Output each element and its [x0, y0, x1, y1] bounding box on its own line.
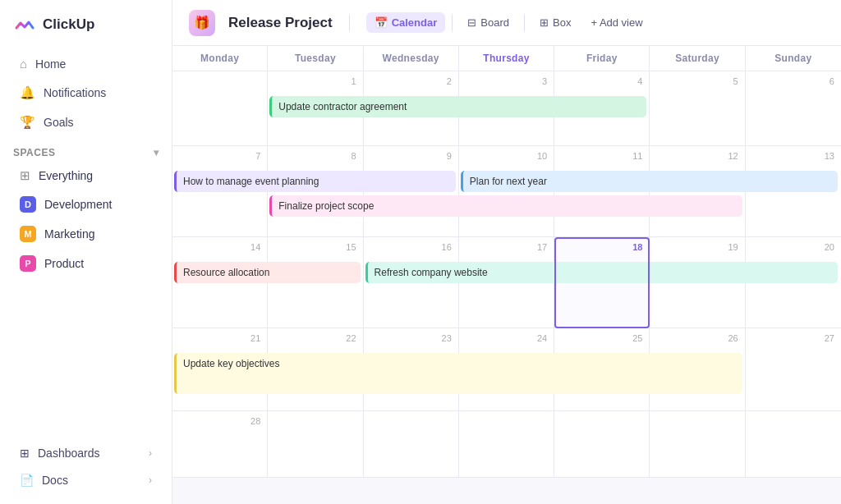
- nav-goals[interactable]: 🏆 Goals: [7, 108, 165, 136]
- sidebar-item-product[interactable]: P Product: [7, 250, 165, 277]
- day-num: 25: [558, 332, 646, 345]
- day-cell[interactable]: 6: [746, 71, 841, 145]
- day-num: 26: [653, 332, 741, 345]
- bell-icon: 🔔: [20, 85, 35, 100]
- day-cell[interactable]: 5: [650, 71, 745, 145]
- day-cell[interactable]: [268, 411, 363, 477]
- day-num: 24: [462, 332, 550, 345]
- day-num: 18: [558, 241, 646, 254]
- day-num: 2: [367, 75, 455, 88]
- day-num: 28: [176, 415, 264, 428]
- event-resource-allocation[interactable]: Resource allocation: [174, 262, 361, 283]
- product-dot: P: [20, 255, 36, 272]
- day-num: 7: [176, 149, 264, 163]
- day-cell[interactable]: [172, 71, 268, 145]
- spaces-section-title: Spaces ▾: [0, 137, 172, 162]
- view-board-btn[interactable]: ⊟ Board: [459, 12, 517, 33]
- topbar: 🎁 Release Project 📅 Calendar ⊟ Board ⊞ B…: [172, 0, 841, 46]
- home-icon: ⌂: [20, 57, 27, 71]
- clickup-logo-icon: [13, 13, 36, 36]
- app-name: ClickUp: [43, 16, 94, 33]
- sidebar-item-docs[interactable]: 📄 Docs ›: [7, 467, 165, 493]
- col-wednesday: Wednesday: [364, 46, 459, 71]
- chevron-right-icon: ›: [149, 447, 152, 459]
- day-num: 3: [462, 75, 550, 88]
- week-row-1: 1 2 3 4 5 6 Update contractor agreement: [172, 71, 841, 146]
- add-view-btn[interactable]: + Add view: [582, 12, 650, 33]
- week-grid-5: 28: [172, 411, 841, 478]
- event-plan-next-year[interactable]: Plan for next year: [461, 171, 838, 192]
- day-num: 1: [271, 75, 359, 88]
- day-num: 6: [749, 75, 838, 88]
- view-divider2: [524, 15, 525, 31]
- calendar-area: Monday Tuesday Wednesday Thursday Friday…: [172, 46, 841, 504]
- dashboards-icon: ⊞: [20, 447, 30, 460]
- day-cell[interactable]: [746, 411, 841, 477]
- dashboards-label: Dashboards: [38, 447, 100, 460]
- logo-area: ClickUp: [0, 10, 172, 49]
- col-sunday: Sunday: [746, 46, 841, 71]
- topbar-views: 📅 Calendar ⊟ Board ⊞ Box + Add view: [366, 12, 651, 33]
- box-icon: ⊞: [540, 16, 549, 29]
- view-box-btn[interactable]: ⊞ Box: [531, 12, 579, 33]
- day-cell[interactable]: [364, 411, 459, 477]
- topbar-divider: [349, 15, 350, 31]
- event-how-to-manage[interactable]: How to manage event planning: [174, 171, 456, 192]
- nav-goals-label: Goals: [44, 116, 74, 129]
- day-num: 14: [176, 241, 264, 254]
- col-friday: Friday: [554, 46, 650, 71]
- project-title: Release Project: [228, 15, 333, 31]
- day-cell[interactable]: [650, 411, 745, 477]
- development-dot: D: [20, 196, 36, 213]
- calendar-header: Monday Tuesday Wednesday Thursday Friday…: [172, 46, 841, 71]
- day-num: 21: [176, 332, 264, 345]
- nav-notifications-label: Notifications: [44, 86, 106, 99]
- day-num: 13: [749, 149, 838, 163]
- day-num: 10: [462, 149, 550, 163]
- day-num: 27: [749, 332, 838, 345]
- day-cell[interactable]: [459, 411, 554, 477]
- space-product-label: Product: [44, 257, 84, 270]
- week-row-3: 14 15 16 17 18 19 20 Resource allocation…: [172, 237, 841, 328]
- grid-icon: ⊞: [20, 168, 30, 183]
- col-tuesday: Tuesday: [268, 46, 363, 71]
- event-refresh-website[interactable]: Refresh company website: [365, 262, 838, 283]
- main-content: 🎁 Release Project 📅 Calendar ⊟ Board ⊞ B…: [172, 0, 841, 504]
- sidebar: ClickUp ⌂ Home 🔔 Notifications 🏆 Goals S…: [0, 0, 172, 504]
- event-update-contractor[interactable]: Update contractor agreement: [269, 96, 646, 117]
- day-num: 16: [367, 241, 455, 254]
- space-marketing-label: Marketing: [44, 227, 94, 241]
- sidebar-item-everything[interactable]: ⊞ Everything: [7, 163, 165, 189]
- day-num: [176, 75, 264, 78]
- day-num: 8: [271, 149, 359, 163]
- day-num: 11: [558, 149, 646, 163]
- week-row-5: 28: [172, 411, 841, 478]
- goals-icon: 🏆: [20, 115, 35, 130]
- week-row-4: 21 22 23 24 25 26 27 Update key objectiv…: [172, 328, 841, 411]
- day-num: 19: [653, 241, 741, 254]
- day-cell[interactable]: [554, 411, 650, 477]
- day-cell[interactable]: 27: [746, 328, 841, 410]
- col-monday: Monday: [172, 46, 268, 71]
- sidebar-item-development[interactable]: D Development: [7, 190, 165, 218]
- space-development-label: Development: [44, 198, 113, 211]
- chevron-down-icon[interactable]: ▾: [154, 147, 159, 158]
- calendar-icon: 📅: [375, 16, 388, 29]
- sidebar-item-dashboards[interactable]: ⊞ Dashboards ›: [7, 440, 165, 466]
- sidebar-item-marketing[interactable]: M Marketing: [7, 220, 165, 248]
- day-num: 12: [653, 149, 741, 163]
- nav-home[interactable]: ⌂ Home: [7, 50, 165, 77]
- day-num: 5: [653, 75, 741, 88]
- view-divider1: [452, 15, 453, 31]
- nav-notifications[interactable]: 🔔 Notifications: [7, 79, 165, 107]
- event-update-objectives[interactable]: Update key objectives: [174, 353, 742, 394]
- week-row-2: 7 8 9 10 11 12 13 How to manage event pl…: [172, 146, 841, 237]
- day-num: 15: [271, 241, 359, 254]
- day-cell[interactable]: 28: [172, 411, 268, 477]
- view-calendar-btn[interactable]: 📅 Calendar: [366, 12, 446, 33]
- day-num: 23: [367, 332, 455, 345]
- project-icon: 🎁: [189, 10, 215, 36]
- col-saturday: Saturday: [650, 46, 745, 71]
- marketing-dot: M: [20, 226, 36, 242]
- event-finalize-scope[interactable]: Finalize project scope: [269, 195, 742, 217]
